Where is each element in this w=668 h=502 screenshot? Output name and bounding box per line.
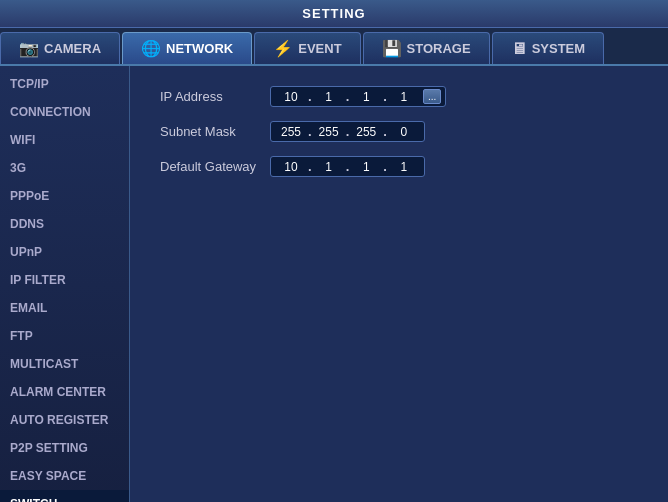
top-tabs: 📷 CAMERA 🌐 NETWORK ⚡ EVENT 💾 STORAGE 🖥 S… bbox=[0, 28, 668, 64]
gw-seg3[interactable] bbox=[350, 160, 382, 174]
ip-address-picker-button[interactable]: ... bbox=[423, 89, 441, 104]
sidebar-item-alarmcenter[interactable]: ALARM CENTER bbox=[0, 378, 129, 406]
tab-storage[interactable]: 💾 STORAGE bbox=[363, 32, 490, 64]
sidebar-item-upnp[interactable]: UPnP bbox=[0, 238, 129, 266]
ip-address-row: IP Address . . . ... bbox=[160, 86, 638, 107]
tab-storage-label: STORAGE bbox=[407, 41, 471, 56]
default-gateway-label: Default Gateway bbox=[160, 159, 270, 174]
ip-seg2[interactable] bbox=[313, 90, 345, 104]
gw-seg2[interactable] bbox=[313, 160, 345, 174]
subnet-mask-label: Subnet Mask bbox=[160, 124, 270, 139]
sidebar-item-ipfilter[interactable]: IP FILTER bbox=[0, 266, 129, 294]
default-gateway-row: Default Gateway . . . bbox=[160, 156, 638, 177]
subnet-mask-row: Subnet Mask . . . bbox=[160, 121, 638, 142]
subnet-seg1[interactable] bbox=[275, 125, 307, 139]
tab-system-label: SYSTEM bbox=[532, 41, 585, 56]
system-icon: 🖥 bbox=[511, 40, 527, 58]
event-icon: ⚡ bbox=[273, 39, 293, 58]
subnet-dot-1: . bbox=[308, 124, 312, 139]
sidebar-item-switch[interactable]: SWITCH bbox=[0, 490, 129, 502]
tab-camera-label: CAMERA bbox=[44, 41, 101, 56]
ip-seg3[interactable] bbox=[350, 90, 382, 104]
title-bar: SETTING bbox=[0, 0, 668, 28]
camera-icon: 📷 bbox=[19, 39, 39, 58]
gw-seg4[interactable] bbox=[388, 160, 420, 174]
sidebar-item-p2psetting[interactable]: P2P SETTING bbox=[0, 434, 129, 462]
ip-dot-3: . bbox=[383, 89, 387, 104]
tab-system[interactable]: 🖥 SYSTEM bbox=[492, 32, 604, 64]
sidebar-item-multicast[interactable]: MULTICAST bbox=[0, 350, 129, 378]
subnet-seg4[interactable] bbox=[388, 125, 420, 139]
subnet-seg2[interactable] bbox=[313, 125, 345, 139]
gw-seg1[interactable] bbox=[275, 160, 307, 174]
sidebar-item-wifi[interactable]: WIFI bbox=[0, 126, 129, 154]
sidebar-item-tcpip[interactable]: TCP/IP bbox=[0, 70, 129, 98]
subnet-dot-2: . bbox=[346, 124, 350, 139]
content-area: IP Address . . . ... Subnet Mask . . . bbox=[130, 66, 668, 502]
sidebar-item-3g[interactable]: 3G bbox=[0, 154, 129, 182]
gw-dot-2: . bbox=[346, 159, 350, 174]
tab-network-label: NETWORK bbox=[166, 41, 233, 56]
sidebar: TCP/IP CONNECTION WIFI 3G PPPoE DDNS UPn… bbox=[0, 66, 130, 502]
tab-event[interactable]: ⚡ EVENT bbox=[254, 32, 360, 64]
tab-event-label: EVENT bbox=[298, 41, 341, 56]
subnet-seg3[interactable] bbox=[350, 125, 382, 139]
storage-icon: 💾 bbox=[382, 39, 402, 58]
sidebar-item-pppoe[interactable]: PPPoE bbox=[0, 182, 129, 210]
sidebar-item-autoregister[interactable]: AUTO REGISTER bbox=[0, 406, 129, 434]
main-area: TCP/IP CONNECTION WIFI 3G PPPoE DDNS UPn… bbox=[0, 64, 668, 502]
subnet-dot-3: . bbox=[383, 124, 387, 139]
sidebar-item-email[interactable]: EMAIL bbox=[0, 294, 129, 322]
title-text: SETTING bbox=[302, 6, 365, 21]
subnet-mask-input[interactable]: . . . bbox=[270, 121, 425, 142]
sidebar-item-easyspace[interactable]: EASY SPACE bbox=[0, 462, 129, 490]
ip-seg4[interactable] bbox=[388, 90, 420, 104]
gw-dot-1: . bbox=[308, 159, 312, 174]
network-icon: 🌐 bbox=[141, 39, 161, 58]
default-gateway-input[interactable]: . . . bbox=[270, 156, 425, 177]
sidebar-item-connection[interactable]: CONNECTION bbox=[0, 98, 129, 126]
sidebar-item-ftp[interactable]: FTP bbox=[0, 322, 129, 350]
ip-address-label: IP Address bbox=[160, 89, 270, 104]
ip-seg1[interactable] bbox=[275, 90, 307, 104]
ip-dot-1: . bbox=[308, 89, 312, 104]
tab-network[interactable]: 🌐 NETWORK bbox=[122, 32, 252, 64]
sidebar-item-ddns[interactable]: DDNS bbox=[0, 210, 129, 238]
ip-address-input[interactable]: . . . ... bbox=[270, 86, 446, 107]
tab-camera[interactable]: 📷 CAMERA bbox=[0, 32, 120, 64]
gw-dot-3: . bbox=[383, 159, 387, 174]
ip-dot-2: . bbox=[346, 89, 350, 104]
